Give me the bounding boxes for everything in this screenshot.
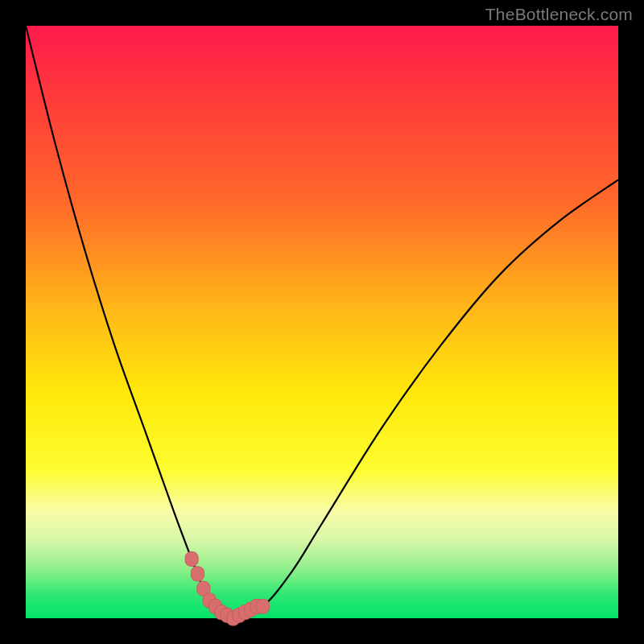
curve-layer — [26, 26, 618, 618]
highlight-marker — [185, 551, 198, 566]
plot-area — [26, 26, 618, 618]
chart-frame: TheBottleneck.com — [0, 0, 644, 644]
watermark-text: TheBottleneck.com — [485, 5, 633, 24]
bottleneck-curve — [26, 26, 618, 618]
highlight-marker — [256, 599, 269, 613]
highlight-marker — [191, 567, 204, 581]
highlight-markers — [185, 551, 269, 625]
